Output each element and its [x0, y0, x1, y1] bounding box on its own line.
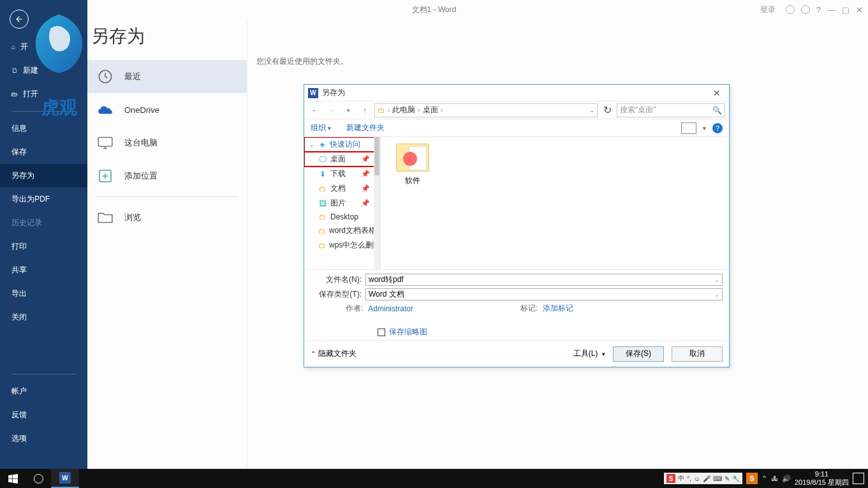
tree-wps-delete[interactable]: 🗀 wps中怎么删除空	[304, 238, 380, 253]
location-addplace[interactable]: 添加位置	[87, 159, 247, 193]
sidebar-item-export[interactable]: 导出	[0, 282, 87, 306]
address-bar[interactable]: 🗀 › 此电脑 › 桌面 › ⌄	[374, 103, 598, 117]
taskbar-clock[interactable]: 9:11 2019/8/15 星期四	[795, 470, 849, 487]
sidebar-item-saveas[interactable]: 另存为	[0, 164, 87, 188]
cortana-button[interactable]	[26, 469, 51, 488]
sidebar-item-share[interactable]: 共享	[0, 258, 87, 282]
taskbar-word-app[interactable]: W	[51, 469, 79, 488]
nav-back-button[interactable]: ←	[308, 103, 322, 117]
action-center-icon[interactable]	[853, 473, 864, 484]
tree-downloads[interactable]: ⬇ 下载 📌	[304, 166, 380, 181]
address-dropdown-icon[interactable]: ⌄	[589, 107, 594, 114]
tree-word-table[interactable]: 🗀 word文档表格怎	[304, 223, 380, 238]
page-title: 另存为	[87, 24, 247, 60]
sogou-tray-icon[interactable]: S	[746, 473, 758, 484]
sidebar-item-feedback[interactable]: 反馈	[0, 403, 87, 427]
search-input[interactable]: 搜索"桌面" 🔍	[617, 103, 725, 117]
sidebar-divider	[11, 111, 76, 112]
refresh-button[interactable]: ↻	[600, 104, 614, 116]
tree-label: 文档	[330, 183, 346, 194]
word-icon: W	[308, 88, 318, 98]
tools-dropdown[interactable]: 工具(L) ▾	[573, 348, 605, 359]
login-link[interactable]: 登录	[760, 4, 776, 15]
tree-scrollbar[interactable]	[374, 137, 380, 269]
sidebar-item-exportpdf[interactable]: 导出为PDF	[0, 188, 87, 211]
tree-desktop[interactable]: 🖵 桌面 📌	[304, 152, 380, 166]
folder-icon: 🗀	[318, 212, 327, 221]
network-icon[interactable]: 🖧	[771, 475, 778, 482]
tree-documents[interactable]: 🗀 文档 📌	[304, 181, 380, 196]
sidebar-item-save[interactable]: 保存	[0, 140, 87, 164]
start-button[interactable]	[0, 469, 26, 488]
help-button[interactable]: ?	[712, 123, 723, 133]
monitor-icon	[96, 134, 114, 152]
windows-icon	[8, 474, 18, 484]
dialog-close-button[interactable]: ✕	[709, 86, 725, 100]
clock-date: 2019/8/15 星期四	[795, 478, 849, 487]
ime-mic-icon: 🎤	[703, 475, 710, 482]
dialog-toolbar: 组织 ▾ 新建文件夹 ▾ ?	[304, 119, 729, 137]
sidebar-label: 另存为	[11, 170, 34, 181]
volume-icon[interactable]: 🔊	[782, 475, 791, 483]
location-recent[interactable]: 最近	[87, 60, 247, 93]
tree-label: 桌面	[330, 154, 346, 165]
tree-quickaccess[interactable]: ⌄ ★ 快速访问	[304, 137, 380, 152]
savetype-dropdown[interactable]: Word 文档⌄	[365, 288, 723, 300]
face-smile-icon[interactable]	[786, 5, 795, 14]
organize-menu[interactable]: 组织 ▾	[311, 122, 331, 133]
author-value[interactable]: Administrator	[368, 304, 413, 313]
sidebar-item-print[interactable]: 打印	[0, 235, 87, 258]
pin-icon: 📌	[361, 184, 370, 193]
back-button[interactable]	[10, 10, 29, 29]
location-label: OneDrive	[124, 105, 159, 115]
breadcrumb-desktop[interactable]: 桌面	[423, 105, 438, 115]
sidebar-label: 选项	[11, 433, 27, 444]
tag-value[interactable]: 添加标记	[543, 303, 573, 314]
minimize-button[interactable]: —	[827, 5, 835, 15]
sidebar-item-info[interactable]: 信息	[0, 117, 87, 140]
nav-recent-dropdown[interactable]: ▾	[341, 103, 355, 117]
newfolder-button[interactable]: 新建文件夹	[346, 122, 385, 133]
close-button[interactable]: ✕	[856, 5, 863, 15]
window-titlebar: 文档1 - Word 登录 ? — ▢ ✕	[0, 0, 868, 19]
windows-taskbar: W S 中 °, ☺ 🎤 ⌨ ✎ 🔧 S ⌃ 🖧 🔊 9:11 2019/8/1…	[0, 469, 868, 488]
save-thumbnail-checkbox[interactable]	[378, 329, 385, 336]
view-dropdown-icon[interactable]: ▾	[703, 125, 706, 131]
file-list-area[interactable]: 软件	[381, 137, 729, 269]
location-thispc[interactable]: 这台电脑	[87, 126, 247, 159]
sidebar-label: 开	[20, 41, 28, 52]
saveas-location-panel: 另存为 最近 OneDrive 这台电脑 添加位置 浏览	[87, 19, 247, 469]
tree-desktop-en[interactable]: 🗀 Desktop	[304, 211, 380, 223]
word-icon: W	[59, 472, 71, 484]
restore-button[interactable]: ▢	[842, 5, 850, 15]
save-button[interactable]: 保存(S)	[613, 346, 664, 362]
sidebar-label: 信息	[11, 123, 27, 134]
sidebar-item-new[interactable]: 🗋 新建	[0, 59, 87, 82]
tray-overflow-icon[interactable]: ⌃	[761, 475, 767, 483]
face-frown-icon[interactable]	[801, 5, 810, 14]
sidebar-item-open[interactable]: 🗁 打开	[0, 82, 87, 106]
folder-tile-software[interactable]: 软件	[387, 144, 438, 186]
sidebar-item-options[interactable]: 选项	[0, 427, 87, 450]
filename-input[interactable]: word转pdf⌄	[365, 274, 723, 286]
nav-up-button[interactable]: ↑	[358, 103, 372, 117]
sidebar-divider	[11, 374, 76, 374]
clock-time: 9:11	[795, 470, 849, 478]
cancel-button[interactable]: 取消	[672, 346, 723, 362]
hide-folders-toggle[interactable]: ⌃ 隐藏文件夹	[311, 348, 357, 359]
desktop-icon: 🖵	[318, 155, 327, 164]
location-onedrive[interactable]: OneDrive	[87, 93, 247, 126]
nav-forward-button[interactable]: →	[325, 103, 339, 117]
scrollbar-thumb[interactable]	[374, 137, 379, 175]
ime-badge[interactable]: S 中 °, ☺ 🎤 ⌨ ✎ 🔧	[664, 473, 742, 484]
help-button[interactable]: ?	[816, 5, 821, 15]
sidebar-item-account[interactable]: 帐户	[0, 380, 87, 403]
tree-pictures[interactable]: 🖼 图片 📌	[304, 196, 380, 211]
breadcrumb-thispc[interactable]: 此电脑	[392, 105, 415, 115]
sidebar-item-home[interactable]: ⌂ 开	[0, 35, 87, 59]
sidebar-item-close[interactable]: 关闭	[0, 306, 87, 329]
folder-name: 软件	[405, 175, 420, 186]
location-browse[interactable]: 浏览	[87, 201, 247, 234]
view-mode-button[interactable]	[681, 122, 696, 134]
location-label: 浏览	[124, 212, 141, 223]
